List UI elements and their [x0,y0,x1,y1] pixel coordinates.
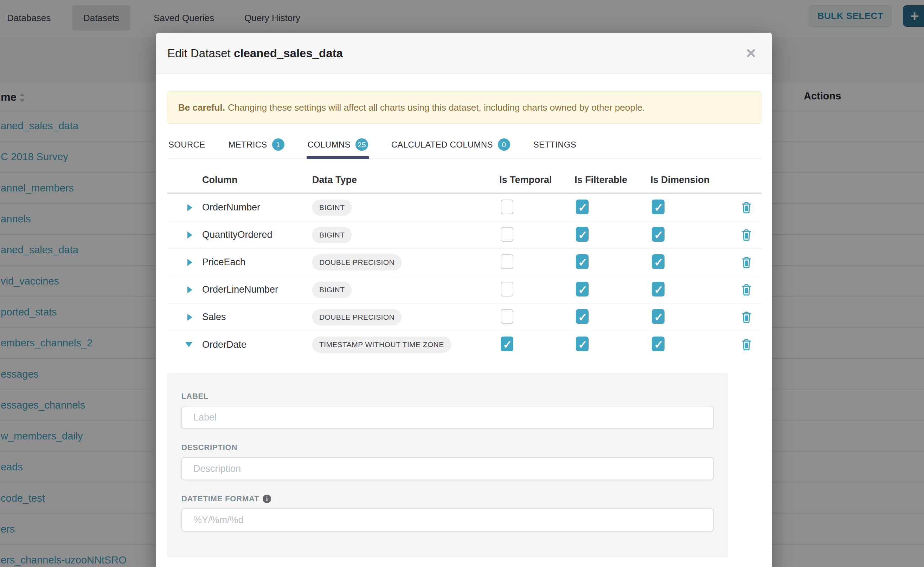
is-dimension-checkbox[interactable] [652,282,665,297]
is-filterable-checkbox[interactable] [576,227,588,242]
modal-title: Edit Dataset cleaned_sales_data [167,47,343,60]
columns-table-header: Column Data Type Is Temporal Is Filterab… [167,159,761,194]
description-input[interactable] [181,457,714,480]
is-dimension-cell [650,282,731,298]
is-dimension-cell [650,254,731,270]
warning-banner: Be careful. Changing these settings will… [167,92,761,124]
is-temporal-checkbox[interactable] [501,200,513,214]
delete-column-button[interactable] [731,229,761,242]
is-dimension-cell [650,336,731,353]
is-dimension-checkbox[interactable] [652,227,665,242]
is-temporal-cell [499,336,575,353]
trash-icon [741,338,752,351]
data-type-pill: DOUBLE PRECISION [312,254,402,270]
column-detail-panel: LABEL DESCRIPTION DATETIME FORMAT i [167,373,728,557]
tab-settings[interactable]: SETTINGS [532,133,577,158]
trash-icon [741,201,752,214]
is-dimension-checkbox[interactable] [652,309,665,324]
caret-icon [187,286,192,293]
column-header: Column [202,175,312,186]
is-temporal-checkbox[interactable] [501,336,513,351]
is-temporal-cell [499,282,575,298]
tab-source[interactable]: SOURCE [167,133,206,158]
trash-icon [741,256,752,269]
is-dimension-cell [650,200,731,216]
close-icon[interactable]: ✕ [743,46,759,61]
tab-metrics[interactable]: METRICS 1 [227,133,285,158]
column-name: OrderLineNumber [202,284,312,295]
datetime-format-input[interactable] [181,508,714,531]
is-filterable-cell [575,336,650,353]
is-temporal-cell [499,309,575,325]
label-field-label: LABEL [181,392,714,401]
column-row: QuantityOrdered BIGINT [167,221,761,249]
is-filterable-checkbox[interactable] [576,309,588,324]
expand-toggle[interactable] [167,286,202,293]
expand-toggle[interactable] [167,314,202,321]
tab-calculated-columns[interactable]: CALCULATED COLUMNS 0 [390,133,511,158]
delete-column-button[interactable] [731,338,761,351]
is-dimension-checkbox[interactable] [652,200,665,214]
is-dimension-cell [650,309,731,325]
delete-column-button[interactable] [731,201,761,214]
column-row: OrderLineNumber BIGINT [167,276,761,303]
column-name: OrderNumber [202,202,312,213]
is-dimension-checkbox[interactable] [652,254,665,269]
is-filterable-header: Is Filterable [575,175,650,186]
column-data-type: DOUBLE PRECISION [312,309,499,325]
delete-column-button[interactable] [731,284,761,296]
data-type-pill: DOUBLE PRECISION [312,309,402,325]
is-dimension-header: Is Dimension [650,175,731,186]
delete-column-button[interactable] [731,311,761,324]
caret-icon [187,204,192,211]
is-temporal-checkbox[interactable] [501,282,513,297]
expand-toggle[interactable] [167,231,202,238]
column-data-type: TIMESTAMP WITHOUT TIME ZONE [312,336,499,353]
expand-toggle[interactable] [167,204,202,211]
warning-lead: Be careful. [178,102,225,113]
column-name: PriceEach [202,257,312,268]
columns-count-badge: 25 [355,138,368,151]
dataset-name: cleaned_sales_data [234,47,343,60]
modal-body: Be careful. Changing these settings will… [156,92,772,557]
is-temporal-checkbox[interactable] [501,227,513,242]
expand-toggle[interactable] [167,259,202,266]
label-field-group: LABEL [181,392,714,429]
column-data-type: BIGINT [312,282,499,298]
is-filterable-cell [575,254,650,270]
caret-icon [187,314,192,321]
modal-header: Edit Dataset cleaned_sales_data ✕ [156,33,772,74]
is-filterable-checkbox[interactable] [576,200,588,214]
is-temporal-cell [499,227,575,243]
tab-columns[interactable]: COLUMNS 25 [307,133,369,158]
is-filterable-cell [575,309,650,325]
warning-text: Changing these settings will affect all … [228,102,645,113]
description-field-group: DESCRIPTION [181,443,714,480]
expand-toggle[interactable] [167,342,202,347]
is-filterable-checkbox[interactable] [576,282,588,297]
datetime-format-field-label: DATETIME FORMAT i [181,494,714,503]
trash-icon [741,311,752,324]
column-row: OrderNumber BIGINT [167,194,761,221]
trash-icon [741,284,752,296]
info-icon[interactable]: i [263,495,271,503]
delete-column-button[interactable] [731,256,761,269]
column-data-type: DOUBLE PRECISION [312,254,499,270]
is-temporal-checkbox[interactable] [501,309,513,324]
calculated-columns-count-badge: 0 [498,138,510,151]
column-name: QuantityOrdered [202,230,312,240]
column-row: Sales DOUBLE PRECISION [167,303,761,331]
is-temporal-checkbox[interactable] [501,254,513,269]
is-filterable-checkbox[interactable] [576,336,588,351]
is-filterable-checkbox[interactable] [576,254,588,269]
is-dimension-checkbox[interactable] [652,336,665,351]
caret-icon [187,231,192,238]
label-input[interactable] [181,406,714,429]
column-data-type: BIGINT [312,200,499,216]
data-type-header: Data Type [312,175,499,186]
data-type-pill: BIGINT [312,200,352,216]
caret-icon [185,342,192,347]
column-row: OrderDate TIMESTAMP WITHOUT TIME ZONE [167,331,761,358]
screen: Databases Datasets Saved Queries Query H… [0,0,924,567]
column-data-type: BIGINT [312,227,499,243]
